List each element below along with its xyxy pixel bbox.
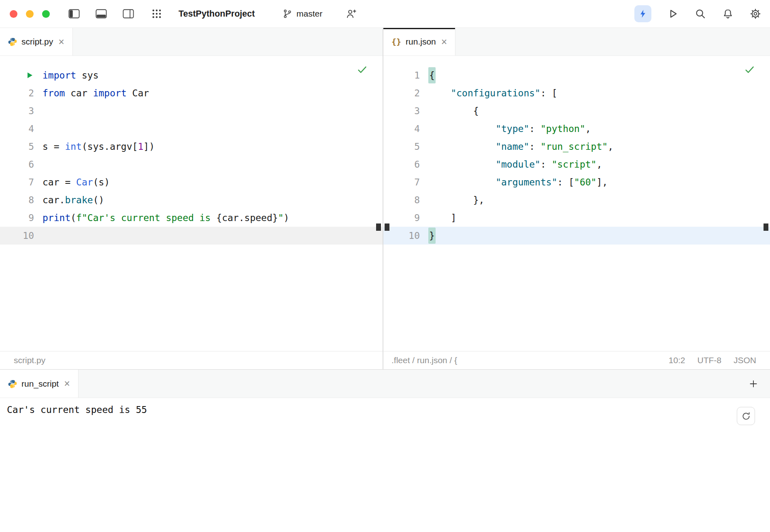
code-line[interactable]: 6 "module": "script",	[383, 155, 770, 173]
code-line[interactable]: 8 },	[383, 191, 770, 209]
code-line[interactable]: 1{	[383, 66, 770, 84]
code-text[interactable]: }	[420, 230, 436, 241]
plus-icon	[748, 379, 759, 389]
search-button[interactable]	[694, 8, 706, 20]
caret-position[interactable]: 10:2	[669, 355, 685, 365]
bottom-panel-icon	[96, 9, 107, 19]
line-number[interactable]: 6	[383, 159, 420, 170]
code-line[interactable]: 8car.brake()	[0, 191, 383, 209]
code-area-script[interactable]: import sys2from car import Car345s = int…	[0, 66, 383, 245]
add-user-icon	[346, 8, 357, 19]
close-tab-icon[interactable]: ×	[63, 379, 70, 389]
status-file[interactable]: script.py	[14, 355, 45, 365]
left-panel-toggle-button[interactable]	[68, 8, 80, 20]
line-number[interactable]: 4	[383, 123, 420, 134]
line-number[interactable]: 7	[0, 177, 34, 187]
code-text[interactable]: import sys	[34, 70, 98, 81]
filetype[interactable]: JSON	[734, 355, 756, 365]
json-braces-icon: {}	[391, 37, 401, 47]
code-line[interactable]: 2from car import Car	[0, 84, 383, 102]
play-icon	[667, 8, 679, 20]
code-text[interactable]: "type": "python",	[420, 123, 591, 134]
code-area-runjson[interactable]: 1{2 "configurations": [3 {4 "type": "pyt…	[383, 66, 770, 245]
line-number[interactable]: 10	[0, 230, 34, 241]
code-text[interactable]: print(f"Car's current speed is {car.spee…	[34, 213, 289, 223]
code-line[interactable]: import sys	[0, 66, 383, 84]
line-number[interactable]: 9	[383, 213, 420, 223]
line-number[interactable]: 3	[383, 106, 420, 116]
line-number[interactable]: 1	[383, 70, 420, 81]
code-text[interactable]: "configurations": [	[420, 88, 557, 98]
line-number[interactable]: 6	[0, 159, 34, 170]
code-text[interactable]: car = Car(s)	[34, 177, 110, 187]
inspections-ok-icon[interactable]	[356, 64, 367, 75]
code-text[interactable]: s = int(sys.argv[1])	[34, 141, 155, 152]
code-line[interactable]: 3	[0, 102, 383, 120]
encoding[interactable]: UTF-8	[697, 355, 721, 365]
minimize-window-button[interactable]	[26, 10, 34, 18]
project-name[interactable]: TestPythonProject	[179, 9, 255, 19]
add-tab-button[interactable]	[747, 378, 759, 390]
code-line[interactable]: 4	[0, 120, 383, 138]
code-line[interactable]: 4 "type": "python",	[383, 120, 770, 138]
code-line[interactable]: 6	[0, 155, 383, 173]
run-output[interactable]: Car's current speed is 55	[0, 398, 770, 532]
apps-grid-button[interactable]	[151, 8, 163, 20]
status-metrics: 10:2 UTF-8 JSON	[669, 355, 756, 365]
notifications-button[interactable]	[722, 8, 734, 20]
branch-switcher[interactable]: master	[282, 9, 322, 19]
line-number[interactable]: 8	[383, 195, 420, 205]
line-number[interactable]: 8	[0, 195, 34, 205]
code-line[interactable]: 5 "name": "run_script",	[383, 138, 770, 155]
code-text[interactable]: from car import Car	[34, 88, 149, 98]
code-line[interactable]: 2 "configurations": [	[383, 84, 770, 102]
close-tab-icon[interactable]: ×	[57, 37, 64, 47]
code-line[interactable]: 5s = int(sys.argv[1])	[0, 138, 383, 155]
line-number[interactable]: 4	[0, 123, 34, 134]
line-number[interactable]: 10	[383, 230, 420, 241]
line-number[interactable]: 7	[383, 177, 420, 187]
editor-script[interactable]: import sys2from car import Car345s = int…	[0, 56, 383, 351]
editor-runjson[interactable]: 1{2 "configurations": [3 {4 "type": "pyt…	[383, 56, 770, 351]
close-tab-icon[interactable]: ×	[440, 37, 447, 47]
line-number[interactable]: 9	[0, 213, 34, 223]
line-number[interactable]: 5	[0, 141, 34, 152]
breadcrumb[interactable]: .fleet / run.json / {	[391, 355, 457, 365]
code-text[interactable]: {	[420, 106, 479, 116]
bottom-panel-toggle-button[interactable]	[96, 8, 107, 20]
tab-script-py[interactable]: script.py ×	[0, 28, 73, 55]
zoom-window-button[interactable]	[42, 10, 50, 18]
code-line[interactable]: 9print(f"Car's current speed is {car.spe…	[0, 209, 383, 227]
code-text[interactable]: ]	[420, 213, 456, 223]
inspections-ok-icon[interactable]	[744, 64, 755, 75]
code-text[interactable]: {	[420, 70, 436, 81]
line-number[interactable]: 2	[0, 88, 34, 98]
tab-run-json[interactable]: {} run.json ×	[383, 28, 455, 55]
code-line[interactable]: 9 ]	[383, 209, 770, 227]
code-line[interactable]: 10	[0, 227, 383, 245]
caret-stripe-mark	[385, 223, 389, 231]
git-branch-icon	[282, 9, 293, 19]
code-line[interactable]: 10}	[383, 227, 770, 245]
right-panel-toggle-button[interactable]	[123, 8, 134, 20]
code-line[interactable]: 7car = Car(s)	[0, 173, 383, 191]
code-text[interactable]: "name": "run_script",	[420, 141, 613, 152]
run-line-icon[interactable]	[25, 71, 34, 80]
line-number[interactable]: 2	[383, 88, 420, 98]
close-window-button[interactable]	[10, 10, 17, 18]
code-line[interactable]: 3 {	[383, 102, 770, 120]
run-config-lightning-button[interactable]	[634, 5, 651, 22]
code-text[interactable]: "arguments": ["60"],	[420, 177, 608, 187]
settings-button[interactable]	[749, 8, 761, 20]
tab-run-script[interactable]: run_script ×	[0, 370, 79, 398]
code-text[interactable]: "module": "script",	[420, 159, 602, 170]
line-number[interactable]: 3	[0, 106, 34, 116]
line-number[interactable]: 5	[383, 141, 420, 152]
run-button[interactable]	[667, 8, 679, 20]
code-text[interactable]: car.brake()	[34, 195, 104, 205]
add-collaborator-button[interactable]	[345, 8, 357, 20]
code-line[interactable]: 7 "arguments": ["60"],	[383, 173, 770, 191]
run-gutter-icon[interactable]	[0, 71, 34, 80]
rerun-button[interactable]	[737, 407, 755, 425]
code-text[interactable]: },	[420, 195, 484, 205]
